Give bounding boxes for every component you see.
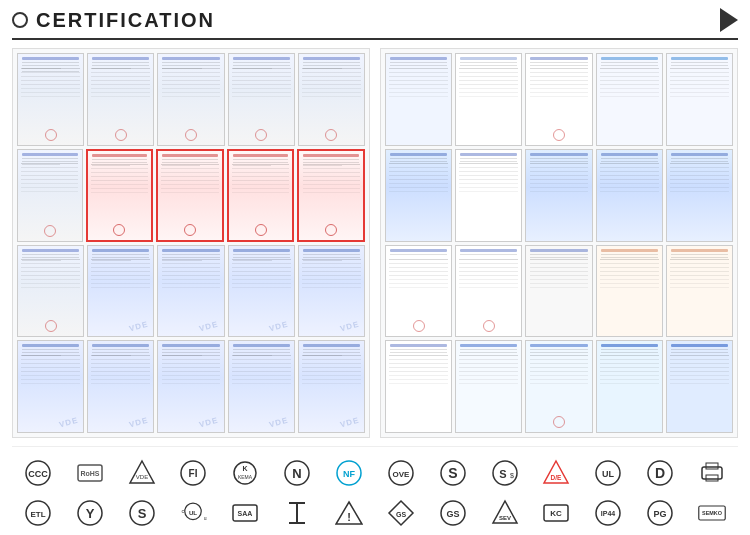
right-cert-panel [380, 48, 738, 438]
cert-doc[interactable] [385, 53, 452, 146]
cert-doc-red[interactable] [156, 149, 224, 242]
cert-doc[interactable] [17, 53, 84, 146]
ove-icon-svg: OVE [387, 459, 415, 487]
cert-row-left-4: VDE VDE VDE VDE VDE [17, 340, 365, 433]
cert-doc-blue[interactable]: VDE [157, 245, 224, 338]
tbar-icon [276, 495, 318, 531]
cert-doc[interactable] [596, 53, 663, 146]
cert-doc-blue[interactable]: VDE [87, 340, 154, 433]
triangle-icon-svg: VDE [128, 459, 156, 487]
cert-doc-blue[interactable]: VDE [228, 245, 295, 338]
diamond-icon: GS [380, 495, 422, 531]
svg-text:us: us [204, 516, 207, 521]
cert-row-right-2 [385, 149, 733, 242]
ul-icon: UL [587, 455, 629, 491]
cert-doc[interactable] [525, 245, 592, 338]
rohs-icon: RoHS [69, 455, 111, 491]
cert-doc[interactable] [17, 245, 84, 338]
triangle-icon: VDE [121, 455, 163, 491]
page-container: CERTIFICATION [0, 0, 750, 535]
de-icon: D/E [535, 455, 577, 491]
y-mark-icon: Y [69, 495, 111, 531]
cert-row-right-3 [385, 245, 733, 338]
svg-text:N: N [292, 466, 301, 481]
pg-icon: PG [639, 495, 681, 531]
cert-doc[interactable] [596, 340, 663, 433]
warning-triangle-icon: ! [328, 495, 370, 531]
svg-text:CCC: CCC [28, 469, 48, 479]
cert-doc[interactable] [596, 245, 663, 338]
cert-doc-blue[interactable] [666, 149, 733, 242]
svg-text:UL: UL [189, 509, 197, 516]
svg-text:RoHS: RoHS [80, 470, 99, 477]
cert-doc[interactable] [455, 53, 522, 146]
cert-doc[interactable] [228, 53, 295, 146]
cert-doc[interactable] [525, 53, 592, 146]
culus-icon: c UL us [172, 495, 214, 531]
cert-doc-blue[interactable] [596, 149, 663, 242]
cert-row-left-3: VDE VDE VDE VDE [17, 245, 365, 338]
ccc-icon: CCC [17, 455, 59, 491]
svg-text:K: K [243, 465, 248, 472]
gs-icon: GS [432, 495, 474, 531]
svg-text:VDE: VDE [135, 474, 147, 480]
cert-doc[interactable] [385, 245, 452, 338]
svg-text:KC: KC [551, 509, 563, 518]
etl-icon: ETL [17, 495, 59, 531]
d-icon-svg: D [646, 459, 674, 487]
cert-doc-red[interactable] [297, 149, 365, 242]
tbar-icon-svg [283, 499, 311, 527]
cert-doc[interactable] [455, 245, 522, 338]
culus-icon-svg: c UL us [179, 499, 207, 527]
rohs-icon-svg: RoHS [76, 459, 104, 487]
svg-text:S: S [499, 468, 506, 480]
cert-doc-blue[interactable]: VDE [298, 340, 365, 433]
cert-doc[interactable] [385, 340, 452, 433]
cert-doc[interactable] [157, 53, 224, 146]
cert-doc-blue[interactable] [525, 149, 592, 242]
ul-icon-svg: UL [594, 459, 622, 487]
nf-icon-svg: NF [335, 459, 363, 487]
cert-doc-blue[interactable]: VDE [298, 245, 365, 338]
svg-text:c: c [182, 508, 185, 514]
cert-row-right-4 [385, 340, 733, 433]
cert-doc-red[interactable] [227, 149, 295, 242]
cert-doc-red[interactable] [86, 149, 154, 242]
cert-doc-blue[interactable]: VDE [157, 340, 224, 433]
svg-text:D/E: D/E [551, 474, 563, 481]
svg-text:OVE: OVE [392, 470, 410, 479]
cert-doc[interactable] [455, 340, 522, 433]
svg-text:D: D [655, 465, 665, 481]
s-mark-icon-svg: S [128, 499, 156, 527]
s-icon: S [432, 455, 474, 491]
ccc-icon-svg: CCC [24, 459, 52, 487]
cert-doc-blue[interactable]: VDE [87, 245, 154, 338]
ove-icon: OVE [380, 455, 422, 491]
cert-doc[interactable] [525, 340, 592, 433]
cert-doc[interactable] [17, 149, 83, 242]
cert-doc-blue[interactable]: VDE [228, 340, 295, 433]
cert-doc[interactable] [666, 53, 733, 146]
svg-text:PG: PG [654, 509, 667, 519]
svg-text:!: ! [347, 511, 351, 523]
d-icon: D [639, 455, 681, 491]
nf-icon: NF [328, 455, 370, 491]
sev-icon-svg: SEV [491, 499, 519, 527]
s-icon-svg: S [439, 459, 467, 487]
svg-text:$: $ [510, 472, 514, 479]
cert-doc-blue[interactable]: VDE [17, 340, 84, 433]
certification-icons-section: CCC RoHS VDE [12, 446, 738, 533]
cert-doc[interactable] [455, 149, 522, 242]
icons-row-1: CCC RoHS VDE [12, 453, 738, 493]
saa-icon: SAA [224, 495, 266, 531]
s-dollar-icon-svg: S $ [491, 459, 519, 487]
cert-doc-blue[interactable] [385, 149, 452, 242]
cb-icon-svg [698, 459, 726, 487]
cert-doc[interactable] [298, 53, 365, 146]
semko-icon: SEMKO [691, 495, 733, 531]
cert-doc[interactable] [666, 245, 733, 338]
svg-text:SEV: SEV [499, 515, 511, 521]
cert-doc[interactable] [87, 53, 154, 146]
kc-icon: KC [535, 495, 577, 531]
cert-doc[interactable] [666, 340, 733, 433]
